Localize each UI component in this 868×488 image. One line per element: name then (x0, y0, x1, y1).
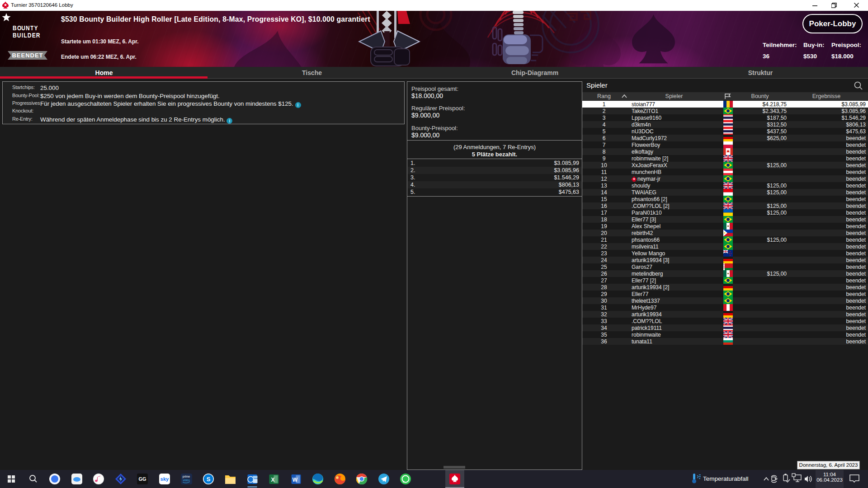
svg-text:GG: GG (138, 476, 146, 482)
svg-text:video: video (183, 479, 190, 482)
svg-text:sky: sky (160, 476, 169, 482)
svg-text:prime: prime (183, 475, 190, 479)
svg-text:S: S (207, 476, 211, 483)
svg-text:X: X (271, 477, 274, 483)
svg-text:W: W (292, 477, 298, 483)
